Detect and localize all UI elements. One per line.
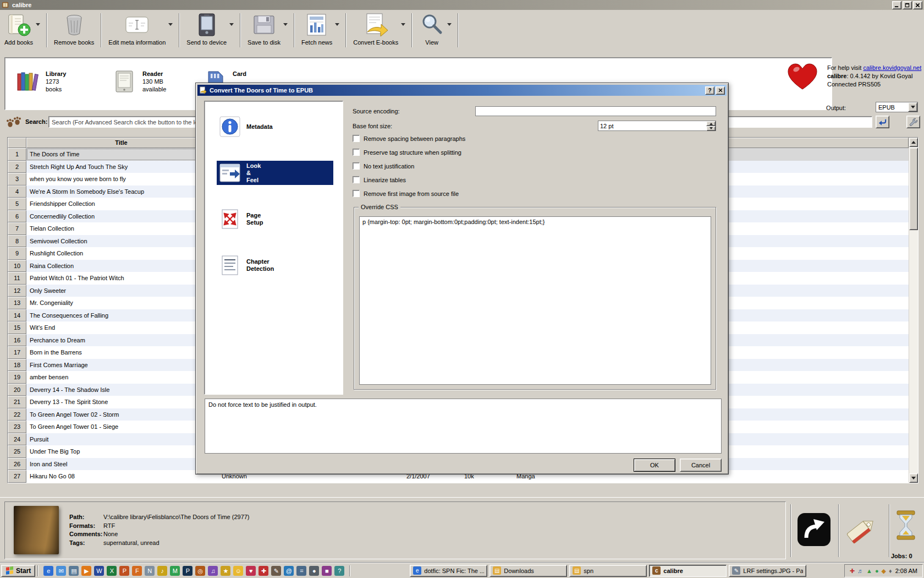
toolbar-add-books[interactable]: Add books	[2, 11, 42, 47]
powerpoint-icon[interactable]: P	[119, 566, 129, 576]
nav-item-chapter-detection[interactable]: ChapterDetection	[217, 253, 333, 277]
toolbar-fetch-news[interactable]: Fetch news	[299, 11, 341, 47]
photoshop-icon[interactable]: P	[183, 566, 193, 576]
toolbar-convert-e-books[interactable]: Convert E-books	[351, 11, 407, 47]
spin-down-button[interactable]	[706, 126, 716, 131]
dropdown-arrow-icon[interactable]	[229, 23, 234, 28]
toolbar-send-to-device[interactable]: Send to device	[184, 11, 235, 47]
search-go-button[interactable]	[876, 116, 889, 128]
shield-icon[interactable]: ✚	[258, 566, 268, 576]
dropdown-arrow-icon[interactable]	[36, 23, 40, 28]
excel-icon[interactable]: X	[107, 566, 117, 576]
task-calibre[interactable]: ccalibre	[649, 565, 727, 577]
scrollbar-thumb[interactable]	[909, 148, 918, 230]
output-format-select[interactable]: EPUB	[876, 102, 918, 112]
network-tray-icon[interactable]: ▲	[866, 567, 872, 575]
checkbox-no-text-justification[interactable]: No text justification	[353, 162, 465, 170]
table-corner-header[interactable]	[8, 138, 26, 148]
nav-item-page-setup[interactable]: PageSetup	[217, 207, 333, 231]
dropdown-arrow-icon[interactable]	[908, 102, 917, 112]
vertical-scrollbar[interactable]	[909, 138, 918, 483]
firefox-icon[interactable]: F	[132, 566, 142, 576]
base-font-size-input[interactable]	[598, 121, 706, 130]
help-icon[interactable]: ?	[334, 566, 344, 576]
dialog-close-button[interactable]	[716, 86, 725, 95]
star-icon[interactable]: ★	[221, 566, 230, 576]
help-link[interactable]: calibre.kovidgoyal.net	[863, 64, 921, 71]
display-tray-icon[interactable]: ◆	[882, 567, 886, 575]
heart-ql-icon[interactable]: ♥	[246, 566, 256, 576]
nav-label-line: Look	[246, 162, 261, 170]
winamp-icon[interactable]: ♪	[157, 566, 167, 576]
messenger-tray-icon[interactable]: ●	[875, 567, 879, 575]
video-icon[interactable]: ■	[322, 566, 332, 576]
task-dotfic-spn-fic-the[interactable]: edotfic: SPN Fic: The ...	[410, 565, 487, 577]
checkbox-linearize-tables[interactable]: Linearize tables	[353, 176, 465, 183]
checkbox-preserve-tag-structure-when-splitting[interactable]: Preserve tag structure when splitting	[353, 149, 465, 156]
mail-icon[interactable]: ✉	[56, 566, 66, 576]
jobs-hourglass-icon[interactable]	[897, 510, 915, 540]
antivirus-tray-icon[interactable]: ✚	[850, 567, 855, 575]
music-icon[interactable]: ♫	[208, 566, 218, 576]
update-tray-icon[interactable]: ♦	[889, 567, 892, 575]
reader-summary[interactable]: Reader 130 MB available	[113, 70, 166, 93]
jobs-count: Jobs: 0	[891, 553, 912, 559]
donate-heart-icon[interactable]	[787, 62, 818, 91]
calc-icon[interactable]: =	[296, 566, 306, 576]
ok-button[interactable]: OK	[634, 459, 675, 472]
dropdown-arrow-icon[interactable]	[335, 23, 339, 28]
show-desktop-icon[interactable]: ▤	[69, 566, 79, 576]
checkbox-remove-spacing-between-paragraphs[interactable]: Remove spacing between paragraphs	[353, 135, 465, 142]
messenger-icon[interactable]: M	[170, 566, 180, 576]
pen-icon[interactable]: ✎	[271, 566, 281, 576]
word-icon[interactable]: W	[94, 566, 104, 576]
expand-details-button[interactable]	[797, 512, 831, 547]
tags-button[interactable]	[843, 510, 880, 547]
title-column-header[interactable]: Title	[26, 138, 216, 148]
row-number: 21	[8, 396, 26, 408]
dropdown-arrow-icon[interactable]	[168, 23, 173, 28]
window-titlebar[interactable]: calibre	[0, 0, 924, 10]
cd-burner-icon[interactable]: ◎	[195, 566, 205, 576]
scroll-up-button[interactable]	[909, 138, 918, 147]
toolbar-remove-books[interactable]: Remove books	[52, 11, 96, 47]
toolbar-edit-meta-information[interactable]: Edit meta information	[106, 11, 174, 47]
chat-icon[interactable]: ☺	[233, 566, 243, 576]
checkbox-remove-first-image-from-source-file[interactable]: Remove first image from source file	[353, 190, 465, 197]
toolbar-view[interactable]: View	[417, 11, 453, 47]
globe-icon[interactable]: @	[284, 566, 294, 576]
dialog-help-button[interactable]: ?	[705, 86, 714, 95]
checkbox-box[interactable]	[353, 135, 360, 142]
dropdown-arrow-icon[interactable]	[283, 23, 288, 28]
checkbox-box[interactable]	[353, 176, 360, 183]
checkbox-box[interactable]	[353, 190, 360, 197]
task-spn[interactable]: ▤spn	[569, 565, 647, 577]
override-css-textarea[interactable]: p {margin-top: 0pt; margin-bottom:0pt;pa…	[359, 216, 711, 385]
nav-item-look-feel[interactable]: Look&Feel	[217, 161, 333, 185]
volume-tray-icon[interactable]: ♬	[857, 567, 864, 575]
search-config-button[interactable]	[906, 116, 920, 128]
close-button[interactable]	[913, 1, 922, 9]
notepad-icon[interactable]: N	[145, 566, 155, 576]
scroll-down-button[interactable]	[909, 473, 918, 483]
ie-icon[interactable]: e	[43, 566, 53, 576]
media-player-icon[interactable]: ▶	[81, 566, 91, 576]
dropdown-arrow-icon[interactable]	[447, 23, 452, 28]
cancel-button[interactable]: Cancel	[680, 459, 722, 472]
nav-item-metadata[interactable]: Metadata	[217, 114, 333, 139]
task-downloads[interactable]: ▤Downloads	[490, 565, 567, 577]
library-summary[interactable]: Library 1273 books	[16, 70, 66, 93]
task-lrf-settings-jpg-paint[interactable]: ✎LRF settings.JPG - Paint	[729, 565, 806, 577]
camera-icon[interactable]: ●	[309, 566, 319, 576]
toolbar-save-to-disk[interactable]: Save to disk	[245, 11, 289, 47]
checkbox-box[interactable]	[353, 162, 360, 170]
maximize-button[interactable]	[903, 1, 912, 9]
checkbox-box[interactable]	[353, 149, 360, 156]
dropdown-arrow-icon[interactable]	[401, 23, 405, 28]
start-button[interactable]: Start	[1, 565, 35, 577]
spin-up-button[interactable]	[706, 121, 716, 126]
dialog-titlebar[interactable]: Convert The Doors of Time to EPUB ?	[197, 85, 727, 96]
minimize-button[interactable]	[892, 1, 901, 9]
advanced-search-button[interactable]	[6, 116, 22, 129]
source-encoding-input[interactable]	[475, 106, 716, 116]
